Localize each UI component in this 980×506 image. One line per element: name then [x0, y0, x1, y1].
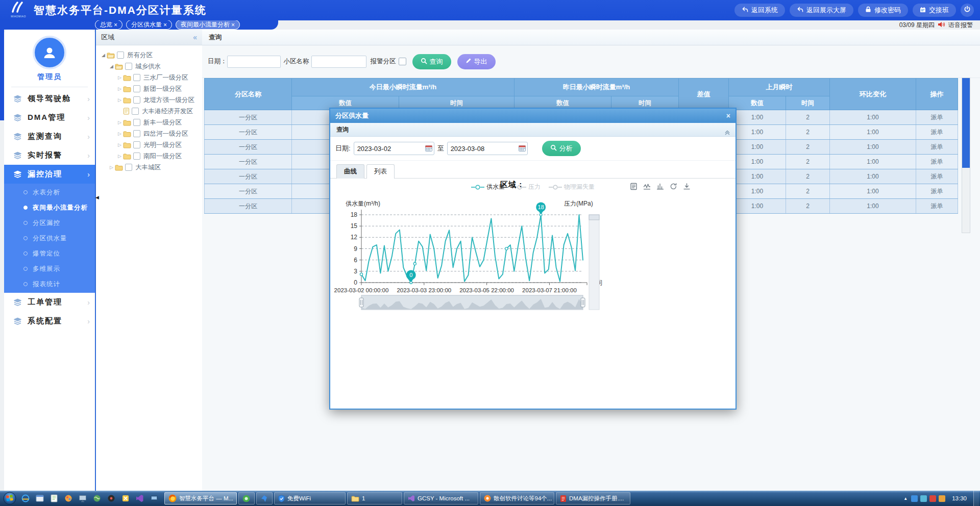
tree-collapsed-icon[interactable]: ▷	[108, 165, 115, 170]
media-player-icon[interactable]	[105, 493, 117, 504]
datazoom-handle[interactable]	[581, 298, 585, 307]
speaker-icon[interactable]	[938, 21, 945, 29]
dispatch-action[interactable]: 派单	[916, 199, 958, 214]
line-chart-icon[interactable]	[643, 183, 651, 190]
tree-collapsed-icon[interactable]: ▷	[116, 131, 123, 136]
data-view-icon[interactable]	[630, 183, 638, 190]
dispatch-action[interactable]: 派单	[916, 155, 958, 169]
taskbar-app-免费WiFi[interactable]: 免费WiFi	[274, 492, 346, 504]
taskbar-app-browser-green-icon[interactable]	[238, 492, 255, 504]
taskbar-app-DMA漏控操作手册....[interactable]: DMA漏控操作手册....	[556, 492, 630, 504]
tree-checkbox[interactable]	[133, 130, 140, 137]
export-button[interactable]: 导出	[457, 54, 496, 69]
taskbar-app-1[interactable]: 1	[347, 492, 402, 504]
column-header-环比变化[interactable]: 环比变化	[830, 79, 916, 110]
start-button[interactable]	[1, 492, 18, 505]
tree-node-光明一级分区[interactable]: ▷光明一级分区	[96, 139, 202, 150]
search-button[interactable]: 查询	[412, 54, 451, 69]
tree-expanded-icon[interactable]: ◢	[100, 53, 107, 58]
column-header-差值[interactable]: 差值	[679, 79, 729, 110]
collapse-icon[interactable]	[724, 127, 730, 140]
refresh-icon[interactable]	[670, 183, 677, 190]
taskbar-app-散创软件讨论等94个...[interactable]: 散创软件讨论等94个...	[480, 492, 554, 504]
tree-collapsed-icon[interactable]: ▷	[116, 142, 123, 147]
tree-checkbox[interactable]	[133, 119, 140, 126]
vertical-zoom-track[interactable]	[589, 215, 599, 310]
ie-icon[interactable]	[19, 493, 32, 504]
tree-node-四岔河一级分区[interactable]: ▷四岔河一级分区	[96, 128, 202, 139]
table-scrollbar[interactable]	[962, 78, 970, 233]
sidebar-collapse-icon[interactable]: ◀	[95, 195, 99, 200]
date-input[interactable]	[227, 56, 281, 68]
power-button[interactable]	[961, 4, 974, 17]
dispatch-action[interactable]: 派单	[916, 125, 958, 140]
date-to-input[interactable]	[447, 142, 528, 155]
computer-icon[interactable]	[148, 493, 160, 504]
tree-checkbox[interactable]	[133, 85, 140, 92]
modal-tab-曲线[interactable]: 曲线	[336, 164, 364, 179]
submenu-item-水表分析[interactable]: 水表分析	[4, 185, 95, 200]
tree-node-大丰城区[interactable]: ▷大丰城区	[96, 162, 202, 173]
tree-node-三水厂一级分区[interactable]: ▷三水厂一级分区	[96, 72, 202, 83]
taskbar-app-browser-blue-icon[interactable]	[256, 492, 273, 504]
visual-studio-icon[interactable]	[134, 493, 146, 504]
taskbar-app-智慧水务平台 — M...[interactable]: 智慧水务平台 — M...	[164, 492, 237, 504]
tree-collapsed-icon[interactable]: ▷	[116, 97, 123, 103]
tree-checkbox[interactable]	[133, 74, 140, 81]
scrollbar-thumb[interactable]	[962, 78, 970, 168]
nav-button-返回系统[interactable]: 返回系统	[734, 4, 785, 17]
sidebar-item-DMA管理[interactable]: DMA管理›	[4, 108, 95, 127]
nav-button-修改密码[interactable]: 修改密码	[858, 4, 908, 17]
subcolumn-header-时间[interactable]: 时间	[786, 96, 830, 110]
tree-checkbox[interactable]	[132, 108, 139, 115]
show-desktop-button[interactable]	[973, 491, 979, 506]
tree-node-大丰港经济开发区[interactable]: 大丰港经济开发区	[96, 106, 202, 117]
tree-collapsed-icon[interactable]: ▷	[116, 154, 123, 159]
tree-expanded-icon[interactable]: ◢	[108, 64, 115, 69]
nav-button-返回展示大屏[interactable]: 返回展示大屏	[790, 4, 853, 17]
column-header-昨日最小瞬时流量m³/h[interactable]: 昨日最小瞬时流量m³/h	[514, 79, 679, 96]
alarm-zone-checkbox[interactable]	[399, 58, 406, 65]
dispatch-action[interactable]: 派单	[916, 169, 958, 184]
download-icon[interactable]	[683, 183, 691, 190]
column-header-今日最小瞬时流量m³/h[interactable]: 今日最小瞬时流量m³/h	[292, 79, 514, 96]
tree-checkbox[interactable]	[133, 96, 140, 104]
tree-checkbox[interactable]	[117, 52, 124, 59]
tree-collapse-icon[interactable]: «	[193, 33, 197, 41]
calendar-icon[interactable]	[519, 145, 526, 153]
tree-node-南阳一级分区[interactable]: ▷南阳一级分区	[96, 150, 202, 162]
tree-node-所有分区[interactable]: ◢所有分区	[96, 49, 202, 61]
audio-icon[interactable]	[920, 495, 927, 502]
tree-node-新团一级分区[interactable]: ▷新团一级分区	[96, 83, 202, 94]
bar-chart-icon[interactable]	[656, 183, 664, 190]
notepad-icon[interactable]	[48, 493, 60, 504]
tab-夜间最小流量分析[interactable]: 夜间最小流量分析×	[176, 20, 240, 30]
sidebar-item-监测查询[interactable]: 监测查询›	[4, 127, 95, 146]
paint-icon[interactable]	[62, 493, 75, 504]
dispatch-action[interactable]: 派单	[916, 110, 958, 125]
tree-collapsed-icon[interactable]: ▷	[116, 120, 123, 125]
tab-分区供水量[interactable]: 分区供水量×	[126, 20, 172, 30]
file-explorer-icon[interactable]	[34, 493, 46, 504]
legend-item-物理漏失量[interactable]: 物理漏失量	[549, 183, 595, 191]
voice-alarm-label[interactable]: 语音报警	[948, 21, 973, 30]
submenu-item-分区供水量[interactable]: 分区供水量	[4, 231, 95, 246]
submenu-item-报表统计[interactable]: 报表统计	[4, 276, 95, 292]
modal-titlebar[interactable]: 分区供水量 ×	[330, 109, 736, 123]
sidebar-item-漏控治理[interactable]: 漏控治理›	[4, 165, 95, 184]
subcolumn-header-数值[interactable]: 数值	[729, 96, 786, 110]
tab-总览[interactable]: 总览×	[95, 20, 122, 30]
tree-node-新丰一级分区[interactable]: ▷新丰一级分区	[96, 117, 202, 128]
safety-icon[interactable]	[929, 495, 936, 502]
tree-node-城乡供水[interactable]: ◢城乡供水	[96, 61, 202, 72]
dispatch-action[interactable]: 派单	[916, 184, 958, 199]
vertical-zoom-handle[interactable]	[589, 215, 599, 220]
analyze-button[interactable]: 分析	[542, 141, 581, 156]
sidebar-item-实时报警[interactable]: 实时报警›	[4, 146, 95, 165]
map-icon[interactable]	[91, 493, 103, 504]
date-from-input[interactable]	[354, 142, 434, 155]
tree-checkbox[interactable]	[133, 153, 140, 160]
taskbar-app-GCSY - Microsoft ...[interactable]: GCSY - Microsoft ...	[404, 492, 478, 504]
update-icon[interactable]	[939, 495, 945, 502]
clock[interactable]: 13:30	[949, 495, 970, 501]
